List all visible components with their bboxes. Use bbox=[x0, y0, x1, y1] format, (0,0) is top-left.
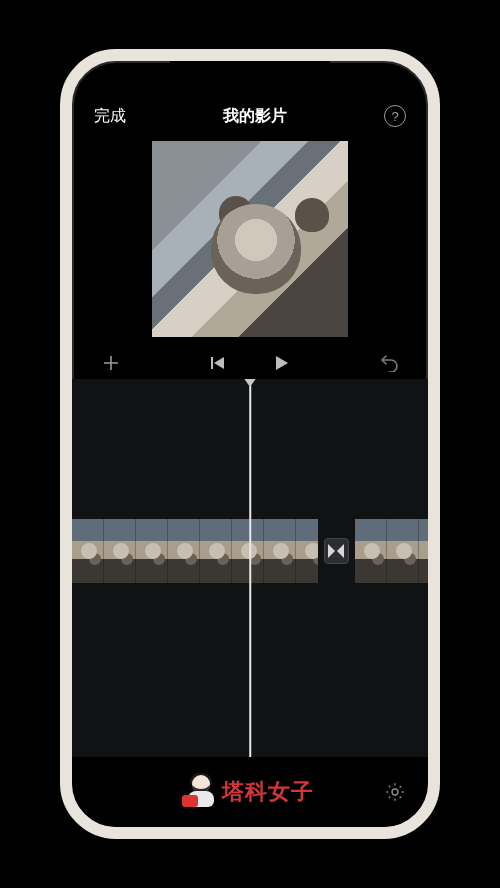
timeline[interactable] bbox=[72, 379, 428, 757]
video-clip-2[interactable] bbox=[355, 519, 428, 583]
gear-icon bbox=[384, 781, 406, 803]
svg-rect-0 bbox=[211, 357, 213, 369]
play-button[interactable] bbox=[271, 353, 291, 373]
clip-thumb bbox=[200, 519, 232, 583]
clip-thumb bbox=[72, 519, 104, 583]
svg-point-1 bbox=[392, 789, 398, 795]
transition-button[interactable] bbox=[324, 538, 349, 564]
undo-button[interactable] bbox=[374, 354, 404, 372]
device-notch bbox=[170, 61, 330, 87]
clip-thumb bbox=[136, 519, 168, 583]
watermark-text: 塔科女子 bbox=[222, 777, 314, 807]
clip-thumb bbox=[387, 519, 419, 583]
clip-thumb bbox=[296, 519, 318, 583]
help-icon: ? bbox=[391, 109, 398, 124]
clip-thumb bbox=[419, 519, 428, 583]
playhead[interactable] bbox=[249, 385, 251, 757]
phone-frame: 完成 我的影片 ? bbox=[60, 49, 440, 839]
preview-area bbox=[72, 141, 428, 345]
transition-icon bbox=[328, 544, 344, 558]
playback-controls bbox=[72, 345, 428, 379]
video-preview[interactable] bbox=[152, 141, 348, 337]
mascot-icon bbox=[186, 775, 216, 809]
page-title: 我的影片 bbox=[223, 106, 287, 127]
skip-back-button[interactable] bbox=[209, 354, 227, 372]
watermark: 塔科女子 bbox=[186, 775, 314, 809]
help-button[interactable]: ? bbox=[384, 105, 406, 127]
project-settings-button[interactable] bbox=[384, 781, 406, 803]
app-screen: 完成 我的影片 ? bbox=[72, 61, 428, 827]
plus-icon bbox=[101, 353, 121, 373]
undo-icon bbox=[378, 354, 400, 372]
playhead-marker-icon bbox=[243, 379, 257, 387]
add-media-button[interactable] bbox=[96, 353, 126, 373]
clip-thumb bbox=[355, 519, 387, 583]
footer-bar: 塔科女子 bbox=[72, 757, 428, 827]
clip-thumb bbox=[168, 519, 200, 583]
clip-thumb bbox=[232, 519, 264, 583]
clip-thumb bbox=[104, 519, 136, 583]
done-button[interactable]: 完成 bbox=[94, 106, 126, 127]
clip-thumb bbox=[264, 519, 296, 583]
video-clip-1[interactable] bbox=[72, 519, 318, 583]
skip-back-icon bbox=[209, 354, 227, 372]
play-icon bbox=[271, 353, 291, 373]
